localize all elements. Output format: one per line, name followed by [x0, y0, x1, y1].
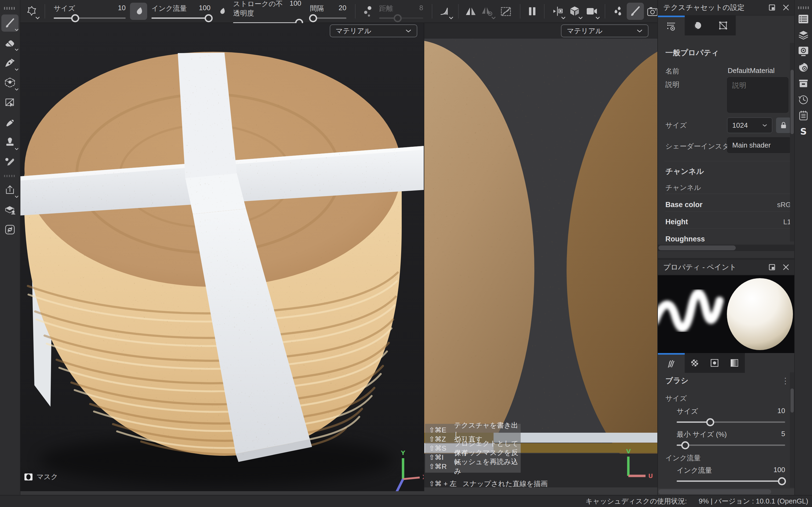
paint-tool[interactable] — [1, 14, 18, 32]
tab-alpha[interactable] — [685, 353, 705, 373]
viewport-bottom-strip — [20, 491, 657, 495]
lazy-mouse-button[interactable] — [496, 3, 516, 20]
paint-mode-button[interactable] — [627, 3, 644, 20]
dock-grip[interactable] — [798, 6, 809, 9]
chevron-down-icon — [449, 17, 453, 19]
geometry-mask-tool[interactable] — [1, 74, 18, 91]
dock-log-icon[interactable] — [796, 108, 811, 123]
toolbar-stroke-opacity-slider[interactable]: ストロークの不透明度100 — [229, 0, 306, 23]
toolbar-size-slider[interactable]: サイズ10 — [49, 4, 130, 19]
symmetry-button[interactable] — [463, 3, 478, 20]
brush-stroke-preview[interactable] — [658, 275, 725, 353]
dock-history-icon[interactable] — [796, 92, 811, 107]
viewport-2d[interactable]: V U マテリアル ⇧⌘E テクスチャを書き出し... ⇧⌘Z やり直す ⇧⌘S… — [424, 23, 657, 491]
close-icon[interactable] — [782, 4, 790, 11]
channel-row[interactable]: Height L1 — [665, 218, 790, 226]
camera-view-button[interactable] — [583, 3, 600, 20]
alpha-checker-icon — [690, 358, 700, 368]
vertical-scrollbar[interactable] — [790, 43, 794, 241]
mesh-display-button[interactable] — [566, 3, 583, 20]
tab-uv-mesh[interactable] — [710, 15, 736, 36]
description-label: 説明 — [665, 80, 679, 89]
assets-book-icon — [4, 205, 16, 215]
material-picker-tool[interactable] — [1, 154, 18, 171]
vertical-scrollbar[interactable] — [790, 372, 794, 488]
flow-label: インク流量 — [151, 4, 187, 13]
popout-icon[interactable] — [768, 4, 775, 11]
horizontal-scrollbar[interactable] — [658, 245, 795, 251]
dock-layers-icon[interactable] — [796, 28, 811, 42]
distance-value: 8 — [419, 4, 423, 13]
mask-indicator: マスク — [24, 472, 58, 482]
sync-icon — [4, 224, 15, 235]
eraser-tool[interactable] — [1, 34, 18, 52]
shortcut-overlay-menu: ⇧⌘E テクスチャを書き出し... ⇧⌘Z やり直す ⇧⌘S プロジェクトとして… — [425, 424, 521, 473]
panel-title: テクスチャセットの設定 — [663, 3, 745, 12]
dock-shelf-icon[interactable] — [796, 76, 811, 91]
svg-text:V: V — [626, 448, 631, 455]
falloff-curve-button[interactable] — [437, 3, 454, 20]
brush-min-size-slider[interactable]: 最小 サイズ (%)5 — [677, 430, 785, 446]
chevron-down-icon — [637, 29, 643, 33]
assets-button[interactable] — [1, 201, 18, 218]
projection-pen-icon — [4, 57, 15, 68]
eraser-icon — [4, 38, 15, 48]
material-sphere-preview[interactable] — [726, 275, 794, 353]
toolbar-flow-slider[interactable]: インク流量100 — [147, 4, 215, 19]
tab-texture-set-settings[interactable] — [658, 15, 685, 36]
tab-brush[interactable] — [658, 353, 685, 373]
mask-icon — [24, 473, 33, 481]
export-button[interactable] — [1, 181, 18, 199]
pause-engine-button[interactable] — [525, 3, 540, 20]
chevron-down-icon — [578, 17, 583, 19]
channel-row[interactable]: Roughness — [665, 235, 790, 243]
kebab-menu-icon[interactable]: ⋮ — [781, 376, 790, 386]
particles-button[interactable] — [610, 3, 627, 20]
brush-tip-icon — [217, 6, 226, 16]
size-lock-button[interactable] — [776, 117, 791, 133]
menu-item-reload-mesh[interactable]: ⇧⌘R メッシュを再読み込み — [425, 462, 521, 471]
size-dropdown[interactable]: 1024 — [727, 117, 772, 133]
tab-group — [685, 353, 745, 373]
toolbar-spacing-slider[interactable]: 間隔20 — [306, 4, 351, 19]
popout-icon[interactable] — [768, 264, 775, 271]
viewport-layout-button[interactable] — [549, 3, 566, 20]
spacing-mode-button[interactable] — [360, 3, 375, 20]
brush-flow-slider[interactable]: インク流量100 — [677, 466, 785, 482]
dock-texture-set-list-icon[interactable] — [796, 12, 811, 26]
menu-item-export-textures[interactable]: ⇧⌘E テクスチャを書き出し... — [425, 426, 521, 435]
brush-preset-button[interactable] — [23, 3, 40, 20]
svg-text:U: U — [648, 473, 653, 480]
horizontal-scrollbar[interactable] — [658, 489, 795, 495]
paintbrush-icon — [4, 17, 15, 29]
channel-row[interactable]: Base color sRG — [665, 201, 790, 209]
dock-display-settings-icon[interactable] — [796, 44, 811, 58]
tab-texture-gradient[interactable] — [724, 353, 744, 373]
paint-properties-panel: プロパティ - ペイント — [658, 260, 795, 495]
stroke-opacity-tip-button[interactable] — [215, 3, 229, 20]
description-field[interactable] — [727, 77, 789, 113]
smudge-tool[interactable] — [1, 114, 18, 131]
polygon-fill-tool[interactable] — [1, 94, 18, 111]
smudge-icon — [4, 117, 15, 128]
view-mode-dropdown-2d[interactable]: マテリアル — [561, 24, 649, 37]
tab-material-sphere[interactable] — [685, 15, 710, 36]
svg-text:Y: Y — [401, 450, 405, 456]
shader-instance-field[interactable]: Main shader — [727, 137, 791, 153]
clone-tool[interactable] — [1, 133, 18, 151]
symmetry-icon — [465, 6, 476, 17]
brush-size-slider[interactable]: サイズ10 — [677, 407, 785, 423]
right-panel-column: テクスチャセットの設定 — [657, 0, 794, 495]
general-properties-header: 一般プロパティ — [665, 48, 719, 58]
viewport-3d[interactable]: Y X Z マテリアル マスク — [20, 23, 424, 491]
view-mode-dropdown-3d[interactable]: マテリアル — [330, 24, 417, 37]
chevron-down-icon — [491, 17, 496, 19]
resources-updater-button[interactable] — [1, 221, 18, 238]
projection-tool[interactable] — [1, 54, 18, 71]
close-icon[interactable] — [782, 264, 790, 271]
brush-tip-button[interactable] — [130, 3, 147, 20]
tab-stencil[interactable] — [705, 353, 724, 373]
substance-logo-icon[interactable]: S — [796, 124, 811, 139]
dock-shader-settings-icon[interactable] — [796, 60, 811, 74]
sidebar-grip[interactable] — [4, 7, 16, 10]
